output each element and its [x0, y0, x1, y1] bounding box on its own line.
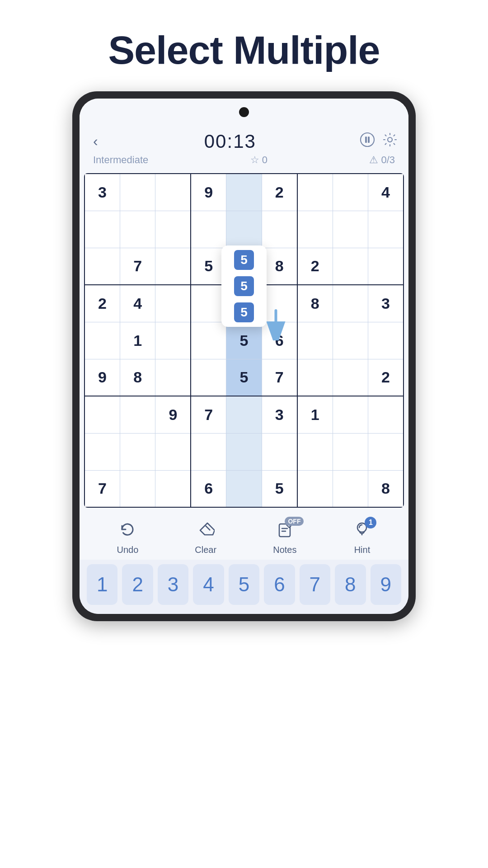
cell-2-8[interactable] — [368, 248, 404, 285]
cell-6-0[interactable] — [84, 396, 120, 433]
cell-7-7[interactable] — [333, 433, 368, 470]
cell-0-3[interactable]: 9 — [191, 174, 226, 211]
cell-1-2[interactable] — [155, 211, 191, 248]
cell-8-7[interactable] — [333, 470, 368, 507]
cell-0-8[interactable]: 4 — [368, 174, 404, 211]
cell-8-0[interactable]: 7 — [84, 470, 120, 507]
notes-label: Notes — [273, 545, 296, 555]
cell-7-8[interactable] — [368, 433, 404, 470]
cell-2-7[interactable] — [333, 248, 368, 285]
numpad-btn-4[interactable]: 4 — [193, 564, 224, 605]
cell-7-0[interactable] — [84, 433, 120, 470]
cell-8-1[interactable] — [120, 470, 155, 507]
notes-button[interactable]: OFF Notes — [273, 520, 296, 555]
cell-8-8[interactable]: 8 — [368, 470, 404, 507]
svg-rect-2 — [368, 137, 370, 143]
cell-6-6[interactable]: 1 — [297, 396, 333, 433]
cell-0-0[interactable]: 3 — [84, 174, 120, 211]
back-button[interactable]: ‹ — [90, 130, 101, 152]
cell-5-2[interactable] — [155, 359, 191, 396]
cell-1-3[interactable] — [191, 211, 226, 248]
cell-0-1[interactable] — [120, 174, 155, 211]
cell-5-0[interactable]: 9 — [84, 359, 120, 396]
cell-2-1[interactable]: 7 — [120, 248, 155, 285]
cell-0-7[interactable] — [333, 174, 368, 211]
cell-5-1[interactable]: 8 — [120, 359, 155, 396]
cell-8-6[interactable] — [297, 470, 333, 507]
numpad-btn-7[interactable]: 7 — [300, 564, 330, 605]
cell-3-7[interactable] — [333, 285, 368, 322]
numpad-btn-3[interactable]: 3 — [158, 564, 188, 605]
cell-6-5[interactable]: 3 — [262, 396, 297, 433]
hint-button[interactable]: 1 Hint — [353, 520, 371, 555]
cell-8-4[interactable] — [226, 470, 262, 507]
cell-2-3[interactable]: 5 — [191, 248, 226, 285]
cell-6-8[interactable] — [368, 396, 404, 433]
cell-1-4[interactable] — [226, 211, 262, 248]
cell-1-0[interactable] — [84, 211, 120, 248]
sub-header-row: Intermediate ☆ 0 ⚠ 0/3 — [90, 152, 398, 170]
cell-7-4[interactable] — [226, 433, 262, 470]
cell-8-3[interactable]: 6 — [191, 470, 226, 507]
cell-2-6[interactable]: 2 — [297, 248, 333, 285]
cell-5-5[interactable]: 7 — [262, 359, 297, 396]
cell-4-6[interactable] — [297, 322, 333, 359]
cell-3-6[interactable]: 8 — [297, 285, 333, 322]
numpad-btn-5[interactable]: 5 — [229, 564, 259, 605]
cell-4-4[interactable]: 5 — [226, 322, 262, 359]
cell-0-2[interactable] — [155, 174, 191, 211]
settings-icon[interactable] — [382, 132, 398, 151]
numpad-btn-6[interactable]: 6 — [264, 564, 295, 605]
cell-4-1[interactable]: 1 — [120, 322, 155, 359]
cell-7-1[interactable] — [120, 433, 155, 470]
svg-rect-1 — [365, 137, 367, 143]
cell-3-1[interactable]: 4 — [120, 285, 155, 322]
cell-0-5[interactable]: 2 — [262, 174, 297, 211]
clear-button[interactable]: Clear — [195, 520, 216, 555]
cell-3-3[interactable] — [191, 285, 226, 322]
cell-2-2[interactable] — [155, 248, 191, 285]
cell-8-2[interactable] — [155, 470, 191, 507]
cell-2-0[interactable] — [84, 248, 120, 285]
cell-3-8[interactable]: 3 — [368, 285, 404, 322]
cell-4-7[interactable] — [333, 322, 368, 359]
cell-5-8[interactable]: 2 — [368, 359, 404, 396]
cell-8-5[interactable]: 5 — [262, 470, 297, 507]
undo-button[interactable]: Undo — [117, 520, 139, 555]
cell-0-4[interactable] — [226, 174, 262, 211]
cell-1-7[interactable] — [333, 211, 368, 248]
cell-1-6[interactable] — [297, 211, 333, 248]
cell-4-8[interactable] — [368, 322, 404, 359]
cell-4-2[interactable] — [155, 322, 191, 359]
cell-4-3[interactable] — [191, 322, 226, 359]
pause-icon[interactable] — [360, 132, 375, 151]
cell-5-6[interactable] — [297, 359, 333, 396]
cell-5-7[interactable] — [333, 359, 368, 396]
cell-1-1[interactable] — [120, 211, 155, 248]
cell-3-2[interactable] — [155, 285, 191, 322]
header-icons — [360, 132, 398, 151]
cell-0-6[interactable] — [297, 174, 333, 211]
cell-7-3[interactable] — [191, 433, 226, 470]
cell-7-2[interactable] — [155, 433, 191, 470]
cell-6-1[interactable] — [120, 396, 155, 433]
cell-4-0[interactable] — [84, 322, 120, 359]
cell-6-4[interactable] — [226, 396, 262, 433]
cell-7-5[interactable] — [262, 433, 297, 470]
cell-6-3[interactable]: 7 — [191, 396, 226, 433]
cell-6-7[interactable] — [333, 396, 368, 433]
numpad-btn-9[interactable]: 9 — [371, 564, 401, 605]
cell-5-4[interactable]: 5 — [226, 359, 262, 396]
sudoku-grid-container: 392475382245831569857297317658 5 5 5 — [84, 173, 404, 508]
numpad-btn-1[interactable]: 1 — [87, 564, 117, 605]
cell-1-8[interactable] — [368, 211, 404, 248]
header-row: ‹ 00:13 — [90, 130, 398, 152]
cell-3-0[interactable]: 2 — [84, 285, 120, 322]
numpad-btn-2[interactable]: 2 — [122, 564, 153, 605]
cell-1-5[interactable] — [262, 211, 297, 248]
cell-5-3[interactable] — [191, 359, 226, 396]
cell-6-2[interactable]: 9 — [155, 396, 191, 433]
cell-2-5[interactable]: 8 — [262, 248, 297, 285]
cell-7-6[interactable] — [297, 433, 333, 470]
numpad-btn-8[interactable]: 8 — [335, 564, 366, 605]
